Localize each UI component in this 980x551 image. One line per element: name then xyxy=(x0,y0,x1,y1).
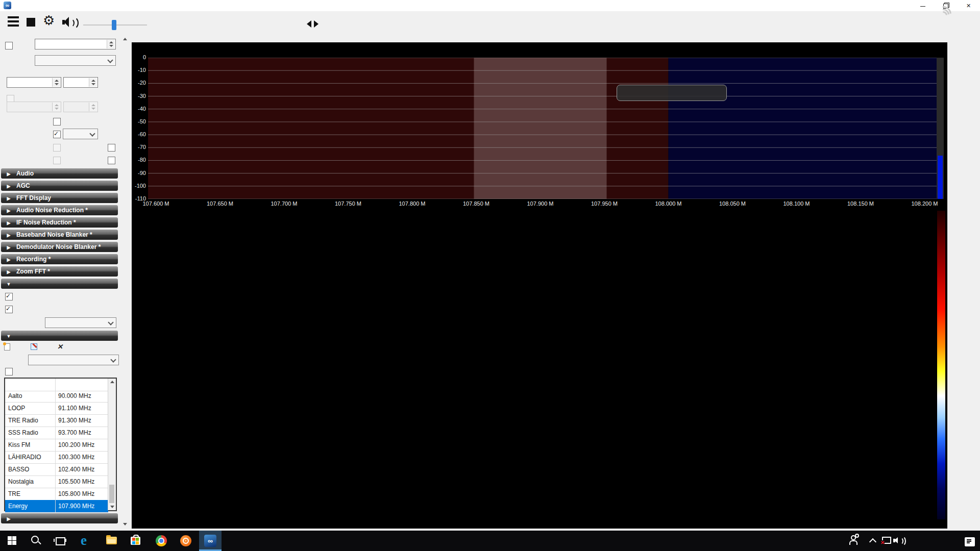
chrome-icon xyxy=(156,535,167,546)
panel-header-signal-diagnostics[interactable]: ▶ xyxy=(1,513,118,523)
panel-header-if-noise-reduction[interactable]: ▶IF Noise Reduction * xyxy=(1,217,118,228)
bandwidth-spinner[interactable] xyxy=(52,78,60,87)
correct-iq-checkbox[interactable] xyxy=(108,144,115,152)
edge-button[interactable]: e xyxy=(76,531,98,551)
shift-input[interactable] xyxy=(35,39,116,49)
panel-header-fft-display[interactable]: ▶FFT Display xyxy=(1,193,118,203)
cell-frequency: 100.300 MHz xyxy=(58,454,94,461)
spectrum-plot[interactable] xyxy=(148,58,937,199)
delete-x-icon: ✕ xyxy=(57,342,63,352)
spectrum-svg[interactable] xyxy=(148,58,937,199)
app-icon: ∞ xyxy=(4,2,11,9)
table-row[interactable]: LOOP91.100 MHz xyxy=(5,402,108,415)
cell-frequency: 93.700 MHz xyxy=(58,429,91,436)
scroll-down-icon[interactable] xyxy=(123,523,127,525)
cell-name: BASSO xyxy=(8,466,29,473)
panel-header-audio[interactable]: ▶Audio xyxy=(1,168,118,179)
settings-gear-icon[interactable]: ⚙ xyxy=(43,14,55,27)
db-tick-label: -20 xyxy=(132,80,146,86)
cell-frequency: 100.200 MHz xyxy=(58,441,94,448)
db-tick-label: -80 xyxy=(132,157,146,163)
cell-name: LOOP xyxy=(8,405,25,412)
lock-carrier-checkbox[interactable] xyxy=(53,144,61,152)
chrome-button[interactable] xyxy=(150,531,173,551)
step-size-dropdown[interactable] xyxy=(63,129,98,139)
panel-header-demodulator-noise-blanker[interactable]: ▶Demodulator Noise Blanker * xyxy=(1,242,118,252)
position-dropdown[interactable] xyxy=(45,317,116,328)
table-row[interactable]: BASSO102.400 MHz xyxy=(5,463,108,476)
scrollbar-thumb[interactable] xyxy=(109,485,114,503)
panel-header-recording[interactable]: ▶Recording * xyxy=(1,254,118,264)
bandplan-autoupdate-checkbox[interactable] xyxy=(5,306,13,313)
bandwidth-input[interactable] xyxy=(7,77,61,88)
sdrsharp-window: ∞ ✕ ⚙ xyxy=(0,0,980,551)
db-tick-label: 0 xyxy=(132,54,146,60)
snap-to-grid-checkbox[interactable] xyxy=(53,131,61,138)
cell-frequency: 91.300 MHz xyxy=(58,417,91,424)
minimize-button[interactable] xyxy=(911,0,934,11)
table-row[interactable]: SSS Radio93.700 MHz xyxy=(5,427,108,439)
start-button[interactable] xyxy=(1,531,23,551)
tray-volume-button[interactable] xyxy=(887,531,910,551)
fm-stereo-checkbox[interactable] xyxy=(53,118,61,126)
menu-button[interactable] xyxy=(8,16,19,29)
table-row[interactable]: TRE105.800 MHz xyxy=(5,488,108,500)
store-button[interactable] xyxy=(125,531,147,551)
sdrsharp-icon: ∞ xyxy=(204,535,216,547)
shift-checkbox[interactable] xyxy=(5,42,13,49)
stop-button[interactable] xyxy=(27,18,35,27)
panel-header-agc[interactable]: ▶AGC xyxy=(1,181,118,191)
table-row[interactable]: LÄHIRADIO100.300 MHz xyxy=(5,451,108,464)
tune-down-arrow[interactable] xyxy=(307,20,311,28)
fm-show-on-spectrum-checkbox[interactable] xyxy=(5,368,13,375)
panel-header-band-plan[interactable]: ▼ xyxy=(1,279,118,289)
waterfall[interactable] xyxy=(148,209,937,529)
frequency-table: Aalto90.000 MHzLOOP91.100 MHzTRE Radio91… xyxy=(4,378,117,511)
order-spinner[interactable] xyxy=(89,78,97,87)
spectrum-display-area: 0-10-20-30-40-50-60-70-80-90-100-110 107… xyxy=(132,42,947,529)
waterfall-colorbar xyxy=(937,211,945,519)
scroll-up-icon[interactable] xyxy=(110,381,114,383)
tune-up-arrow[interactable] xyxy=(314,20,318,28)
table-row[interactable]: TRE Radio91.300 MHz xyxy=(5,414,108,427)
table-scrollbar[interactable] xyxy=(108,379,116,510)
shift-spinner[interactable] xyxy=(107,40,115,48)
sdrsharp-taskbar-button[interactable]: ∞ xyxy=(199,531,222,551)
anti-fading-checkbox[interactable] xyxy=(53,157,61,164)
close-button[interactable]: ✕ xyxy=(957,0,980,11)
search-button[interactable] xyxy=(24,531,47,551)
cell-frequency: 102.400 MHz xyxy=(58,466,94,473)
search-icon xyxy=(31,536,39,543)
file-explorer-button[interactable] xyxy=(101,531,123,551)
scroll-up-icon[interactable] xyxy=(123,38,127,40)
chevron-down-icon xyxy=(108,319,113,325)
table-row[interactable]: Kiss FM100.200 MHz xyxy=(5,439,108,452)
task-view-button[interactable] xyxy=(49,531,71,551)
frequency-tick-label: 107.850 M xyxy=(456,201,497,207)
order-input[interactable] xyxy=(63,77,98,88)
scroll-down-icon[interactable] xyxy=(110,506,114,508)
panel-title: IF Noise Reduction * xyxy=(16,219,76,226)
panel-scrollbar[interactable] xyxy=(121,35,129,529)
volume-slider-handle[interactable] xyxy=(112,20,116,30)
action-center-button[interactable] xyxy=(958,531,980,551)
table-row[interactable]: Nostalgia105.500 MHz xyxy=(5,475,108,488)
windows-taskbar: e ∞ ✕ xyxy=(0,531,980,551)
chevron-down-icon xyxy=(89,131,95,136)
filter-dropdown[interactable] xyxy=(35,55,116,66)
group-dropdown[interactable] xyxy=(28,355,119,365)
panel-header-baseband-noise-blanker[interactable]: ▶Baseband Noise Blanker * xyxy=(1,230,118,240)
mute-speaker-icon[interactable] xyxy=(62,16,78,29)
panel-header-frequency-manager[interactable]: ▼ xyxy=(1,331,118,341)
swap-iq-checkbox[interactable] xyxy=(108,157,115,164)
table-row[interactable]: Energy107.900 MHz xyxy=(5,500,108,513)
panel-header-zoom-fft[interactable]: ▶Zoom FFT * xyxy=(1,266,118,277)
panel-title: FFT Display xyxy=(16,194,51,202)
windows-logo-icon xyxy=(8,536,16,545)
radio-settings-panel: ▶Audio▶AGC▶FFT Display▶Audio Noise Reduc… xyxy=(0,33,121,531)
sdr-console-button[interactable] xyxy=(175,531,197,551)
panel-header-audio-noise-reduction[interactable]: ▶Audio Noise Reduction * xyxy=(1,205,118,215)
bandplan-show-checkbox[interactable] xyxy=(5,293,13,300)
table-row[interactable]: Aalto90.000 MHz xyxy=(5,390,108,403)
db-tick-label: -50 xyxy=(132,118,146,124)
